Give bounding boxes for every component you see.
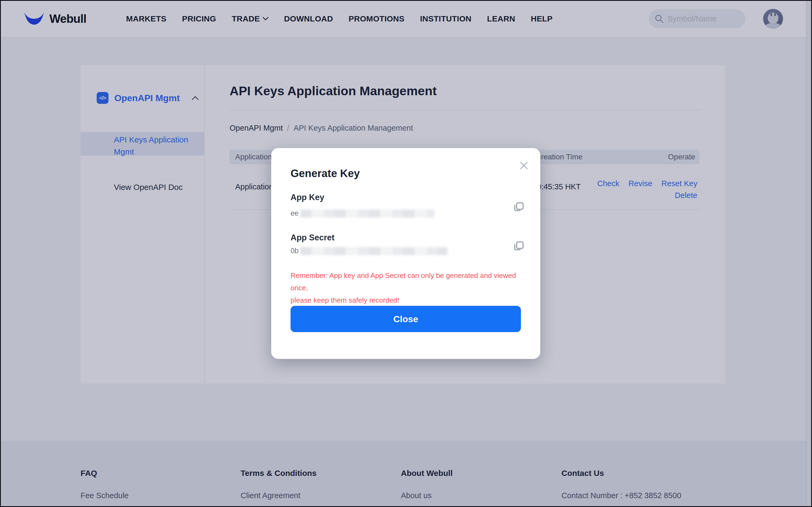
app-key-redacted — [300, 210, 435, 218]
app-key-label: App Key — [291, 192, 324, 202]
close-icon[interactable] — [519, 161, 528, 170]
copy-app-secret-icon[interactable] — [512, 240, 525, 253]
app-secret-redacted — [300, 247, 447, 255]
one-time-warning: Remember: App key and App Secret can onl… — [291, 269, 521, 306]
generate-key-dialog: Generate Key App Key ee App Secret 0b Re… — [271, 148, 540, 359]
close-button[interactable]: Close — [291, 306, 521, 332]
copy-app-key-icon[interactable] — [512, 201, 525, 214]
dialog-title: Generate Key — [291, 167, 360, 179]
app-secret-label: App Secret — [291, 233, 335, 242]
app-secret-value: 0b — [291, 247, 447, 255]
app-key-value: ee — [291, 209, 435, 218]
